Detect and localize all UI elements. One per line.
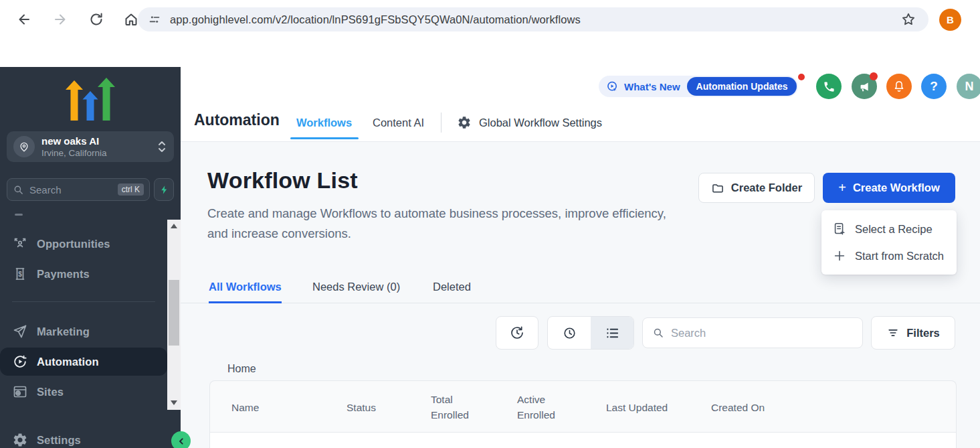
url-text: app.gohighlevel.com/v2/location/lnPS691g… — [170, 13, 900, 26]
view-mode-toggle — [547, 316, 634, 350]
workflow-list-description: Create and manage Workflows to automate … — [207, 204, 689, 244]
question-mark-icon: ? — [930, 79, 938, 94]
create-folder-label: Create Folder — [731, 181, 802, 194]
page-title: Automation — [194, 111, 280, 129]
sidebar-item-marketing[interactable]: Marketing — [0, 321, 167, 342]
header-divider — [441, 113, 442, 133]
history-clock-icon — [509, 325, 525, 341]
home-icon[interactable] — [123, 11, 139, 27]
column-active-enrolled[interactable]: Active Enrolled — [517, 392, 564, 423]
enrollment-history-button[interactable] — [496, 316, 538, 350]
phone-icon — [823, 80, 836, 93]
scrolled-item-remnant — [15, 214, 23, 216]
table-header-row: Name Status Total Enrolled Active Enroll… — [210, 381, 956, 433]
plus-icon — [832, 248, 847, 263]
list-view-segment[interactable] — [591, 317, 633, 349]
marketing-send-icon — [12, 323, 28, 340]
sidebar-divider — [12, 301, 155, 302]
table-body — [210, 433, 956, 448]
plus-icon: + — [838, 180, 846, 196]
clock-icon — [562, 325, 577, 341]
forward-icon[interactable] — [52, 11, 68, 27]
sidebar-item-payments[interactable]: $ Payments — [0, 264, 167, 284]
scrollbar-up-arrow[interactable] — [171, 224, 177, 228]
quick-actions-button[interactable] — [154, 178, 174, 201]
notifications-button[interactable] — [886, 74, 912, 99]
reload-icon[interactable] — [88, 11, 104, 27]
time-view-segment[interactable] — [548, 317, 591, 349]
sites-icon — [12, 384, 28, 400]
gohighlevel-logo — [64, 78, 117, 123]
whats-new-label: What's New — [624, 81, 680, 92]
announcements-notification-dot — [870, 72, 878, 80]
announcement-icon — [605, 80, 619, 94]
location-city: Irvine, California — [41, 147, 157, 159]
payments-icon: $ — [12, 266, 28, 282]
phone-button[interactable] — [816, 74, 842, 99]
tab-all-workflows[interactable]: All Workflows — [209, 281, 282, 293]
avatar-initial: N — [965, 80, 974, 94]
site-settings-icon[interactable] — [147, 12, 162, 27]
search-shortcut-badge: ctrl K — [118, 183, 144, 196]
bookmarks-bar: All Bookmarks — [0, 39, 980, 67]
workflow-search-input[interactable] — [671, 327, 853, 340]
sidebar: new oaks AI Irvine, California Search ct… — [0, 67, 181, 448]
tab-content-ai[interactable]: Content AI — [373, 117, 424, 129]
sidebar-search[interactable]: Search ctrl K — [7, 178, 150, 201]
tab-workflows[interactable]: Workflows — [296, 117, 352, 129]
folder-icon — [711, 181, 724, 195]
sidebar-item-settings[interactable]: Settings — [0, 430, 167, 448]
column-last-updated[interactable]: Last Updated — [606, 400, 668, 415]
search-icon — [652, 327, 664, 339]
sidebar-scrollbar-thumb[interactable] — [169, 280, 179, 346]
browser-toolbar: app.gohighlevel.com/v2/location/lnPS691g… — [0, 0, 980, 39]
bookmark-star-icon[interactable] — [900, 11, 916, 27]
column-name[interactable]: Name — [231, 400, 259, 415]
dropdown-item-select-recipe[interactable]: Select a Recipe — [821, 216, 957, 242]
column-total-enrolled[interactable]: Total Enrolled — [431, 392, 478, 423]
chevron-up-down-icon — [157, 139, 167, 154]
location-switcher[interactable]: new oaks AI Irvine, California — [7, 131, 174, 162]
automation-icon — [12, 354, 28, 370]
breadcrumb[interactable]: Home — [227, 363, 256, 375]
url-bar[interactable]: app.gohighlevel.com/v2/location/lnPS691g… — [138, 7, 928, 31]
filters-button[interactable]: Filters — [871, 316, 955, 350]
tab-all-workflows-underline — [209, 301, 282, 303]
sidebar-collapse-button[interactable] — [171, 431, 191, 448]
workflow-list-title: Workflow List — [207, 167, 358, 194]
workflow-table: Name Status Total Enrolled Active Enroll… — [209, 380, 957, 448]
scrollbar-down-arrow[interactable] — [171, 400, 177, 405]
column-status[interactable]: Status — [347, 400, 376, 415]
app-header: What's New Automation Updates — [181, 67, 980, 142]
help-button[interactable]: ? — [921, 74, 947, 99]
filters-label: Filters — [906, 327, 940, 340]
sidebar-item-opportunities[interactable]: Opportunities — [0, 234, 167, 254]
create-folder-button[interactable]: Create Folder — [698, 173, 815, 203]
chevron-left-icon — [176, 436, 187, 447]
automation-updates-badge[interactable]: Automation Updates — [687, 77, 797, 96]
list-tabs-border — [181, 303, 980, 303]
filter-icon — [886, 326, 900, 340]
sidebar-item-automation[interactable]: Automation — [0, 348, 167, 376]
sidebar-item-sites[interactable]: Sites — [0, 382, 167, 402]
megaphone-icon — [858, 80, 871, 93]
global-workflow-settings-link[interactable]: Global Workflow Settings — [479, 117, 602, 129]
whats-new-pill[interactable]: What's New Automation Updates — [599, 76, 798, 97]
opportunities-icon — [12, 236, 28, 252]
workflow-search[interactable] — [642, 317, 863, 348]
column-created-on[interactable]: Created On — [711, 400, 765, 415]
tab-needs-review[interactable]: Needs Review (0) — [312, 281, 400, 293]
updates-notification-dot — [798, 74, 805, 80]
browser-profile-avatar[interactable]: B — [939, 9, 961, 31]
recipe-document-icon — [832, 222, 847, 236]
bell-icon — [892, 80, 906, 93]
tab-deleted[interactable]: Deleted — [433, 281, 471, 293]
tab-workflows-underline — [290, 137, 359, 139]
list-icon — [605, 325, 620, 341]
back-icon[interactable] — [16, 11, 32, 27]
create-workflow-button[interactable]: + Create Workflow — [823, 173, 955, 203]
dropdown-item-start-from-scratch[interactable]: Start from Scratch — [821, 242, 957, 269]
screenshot-root: app.gohighlevel.com/v2/location/lnPS691g… — [0, 0, 980, 448]
search-icon — [13, 184, 24, 196]
user-avatar[interactable]: N — [957, 74, 980, 99]
